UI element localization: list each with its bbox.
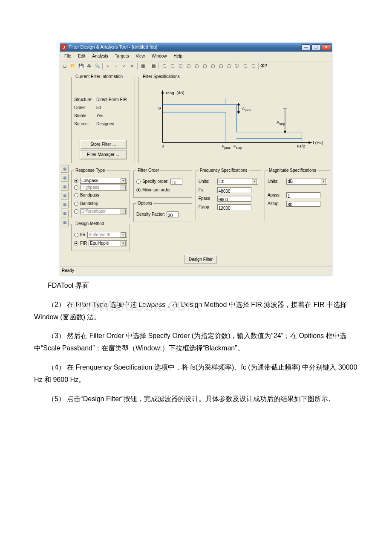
chevron-down-icon[interactable]: ▼ <box>121 241 126 246</box>
store-filter-button[interactable]: Store Filter ... <box>80 140 127 149</box>
fir-option[interactable]: FIR Equiripple▼ <box>74 240 127 247</box>
menu-analysis[interactable]: Analysis <box>89 52 111 61</box>
density-label: Density Factor: <box>136 211 165 218</box>
radio-icon[interactable] <box>74 179 78 183</box>
side-import-icon[interactable]: ▦ <box>61 174 69 182</box>
menu-edit[interactable]: Edit <box>75 52 89 61</box>
radio-icon[interactable] <box>136 179 141 184</box>
menu-targets[interactable]: Targets <box>112 52 133 61</box>
close-button[interactable]: ✕ <box>322 44 331 50</box>
fs-input[interactable]: 48000 <box>217 187 251 193</box>
round-icon[interactable]: ▢ <box>217 62 225 70</box>
phase-icon[interactable]: ▢ <box>168 62 176 70</box>
info-key: Order: <box>74 104 96 112</box>
zoom-in-icon[interactable]: ＋ <box>104 62 112 70</box>
info-icon[interactable]: ⓘ <box>233 62 241 70</box>
info-val: Designed <box>96 120 114 128</box>
title-bar[interactable]: J Filter Design & Analysis Tool - [untit… <box>60 43 332 52</box>
impulse-icon[interactable]: ▢ <box>184 62 192 70</box>
side-transform-icon[interactable]: ▦ <box>61 219 69 226</box>
response-option[interactable]: Bandpass <box>74 191 127 199</box>
coefficients-icon[interactable]: ▢ <box>209 62 216 70</box>
response-option[interactable]: Bandstop <box>74 200 127 208</box>
zero-x-label: 0 <box>162 144 164 148</box>
radio-icon[interactable] <box>74 185 78 190</box>
response-label: Bandstop <box>80 200 98 208</box>
zoom-out-icon[interactable]: － <box>112 62 120 70</box>
radio-icon[interactable] <box>74 202 78 206</box>
side-realize-icon[interactable]: ▦ <box>61 192 69 199</box>
figure-caption: FDATool 界面 <box>34 280 358 292</box>
paragraph-5: （5） 点击“Design Filter”按钮，完成滤波器的设计。具体参数及设计… <box>34 393 358 405</box>
fstop-input[interactable]: 12000 <box>217 204 251 210</box>
export-icon[interactable]: ▢ <box>249 62 257 70</box>
info-key: Structure: <box>74 96 96 104</box>
response-label: Differentiator <box>81 208 106 215</box>
iir-label: IIR <box>80 231 86 239</box>
group-delay-icon[interactable]: ▢ <box>176 62 184 70</box>
astop-label: Astop <box>277 120 285 126</box>
side-multirate-icon[interactable]: ▦ <box>61 210 69 217</box>
apass-input[interactable]: 1 <box>286 192 320 198</box>
response-option[interactable]: Highpass▼ <box>74 185 127 191</box>
info-val: 50 <box>96 104 101 112</box>
save-icon[interactable]: 💾 <box>77 62 85 70</box>
magnitude-icon[interactable]: ▢ <box>160 62 168 70</box>
filter-icon[interactable]: ▦ <box>139 62 147 70</box>
iir-option[interactable]: IIR Butterworth▼ <box>74 231 127 239</box>
filter-manager-button[interactable]: Filter Manager ... <box>80 150 127 159</box>
new-icon[interactable]: ◻ <box>61 62 69 70</box>
spec-chart: Mag. (dB) 0 0 <box>141 83 327 151</box>
maximize-button[interactable]: ☐ <box>311 44 321 50</box>
specify-order-option[interactable]: Specify order: 10 <box>136 178 189 185</box>
info-key: Stable: <box>74 112 96 120</box>
pole-zero-icon[interactable]: ▢ <box>201 62 208 70</box>
side-polezero-icon[interactable]: ▦ <box>61 183 69 191</box>
filter-order-legend: Filter Order <box>136 167 161 174</box>
chevron-down-icon[interactable]: ▼ <box>121 232 126 237</box>
menu-window[interactable]: Window <box>148 52 170 61</box>
status-text: Ready <box>62 268 74 273</box>
chevron-down-icon[interactable]: ▼ <box>121 178 126 183</box>
response-label: Highpass <box>81 184 99 191</box>
minimize-button[interactable]: — <box>301 44 311 50</box>
context-help-icon[interactable]: ⦿? <box>260 62 268 70</box>
toolbar: ◻ 📂 💾 🖶 🔍 ＋ － ⤢ ✕ ▦ ▦ ▢ ▢ ▢ ▢ ▢ ▢ ▢ ▢ ▢ … <box>60 61 332 71</box>
specify-order-input[interactable]: 10 <box>170 179 182 185</box>
radio-icon[interactable] <box>74 193 78 197</box>
menu-file[interactable]: File <box>61 52 75 61</box>
fstop-label: Fstop <box>199 203 216 211</box>
radio-icon[interactable] <box>74 241 78 246</box>
side-quantize-icon[interactable]: ▦ <box>61 201 69 208</box>
side-design-icon[interactable]: ▦ <box>61 165 69 173</box>
analyze-icon[interactable]: ▦ <box>150 62 157 70</box>
response-option[interactable]: Lowpass▼ <box>74 178 127 184</box>
window-title: Filter Design & Analysis Tool - [untitle… <box>69 43 301 52</box>
chevron-down-icon[interactable]: ▼ <box>121 185 126 190</box>
menu-help[interactable]: Help <box>170 52 186 61</box>
print-preview-icon[interactable]: 🔍 <box>93 62 101 70</box>
step-icon[interactable]: ▢ <box>193 62 200 70</box>
print-icon[interactable]: 🖶 <box>85 62 93 70</box>
radio-icon[interactable] <box>74 209 78 214</box>
radio-icon[interactable] <box>136 188 141 192</box>
response-type-panel: Response Type Lowpass▼ Highpass▼ <box>71 167 130 218</box>
design-filter-button[interactable]: Design Filter <box>184 255 217 264</box>
chevron-down-icon[interactable]: ▼ <box>321 179 326 184</box>
zoom-reset-icon[interactable]: ✕ <box>128 62 136 70</box>
astop-input[interactable]: 80 <box>286 201 320 207</box>
quantize-icon[interactable]: ▢ <box>225 62 233 70</box>
open-icon[interactable]: 📂 <box>69 62 77 70</box>
fir-label: FIR <box>80 240 87 247</box>
density-input[interactable]: 20 <box>167 211 179 217</box>
paragraph-2: （2） 在 Filter Type 选项中选 Lowpass，在 Design … <box>34 299 358 324</box>
chevron-down-icon[interactable]: ▼ <box>121 209 126 214</box>
filter-info-icon[interactable]: ▢ <box>241 62 249 70</box>
radio-icon[interactable] <box>74 233 78 237</box>
chevron-down-icon[interactable]: ▼ <box>252 179 257 184</box>
minimum-order-option[interactable]: Minimum order <box>136 186 189 194</box>
menu-view[interactable]: View <box>132 52 148 61</box>
response-option[interactable]: Differentiator▼ <box>74 208 127 214</box>
fpass-input[interactable]: 9600 <box>217 196 251 202</box>
zoom-fit-icon[interactable]: ⤢ <box>120 62 128 70</box>
